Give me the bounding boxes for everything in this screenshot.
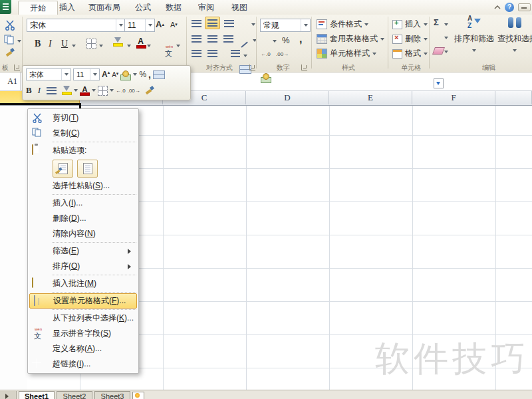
fill-color-dropdown[interactable]: [127, 45, 131, 49]
menu-item-delete[interactable]: 删除(D)...: [28, 211, 138, 226]
mini-fill-color-icon[interactable]: [62, 86, 72, 95]
mini-borders-icon[interactable]: [98, 86, 108, 96]
menu-item-filter[interactable]: 筛选(E): [28, 243, 138, 259]
mini-font-color-icon[interactable]: A: [80, 85, 90, 96]
cut-icon[interactable]: [5, 20, 15, 33]
italic-icon[interactable]: I: [49, 39, 52, 49]
comma-style-icon[interactable]: ,: [299, 33, 302, 45]
align-center-icon[interactable]: [207, 35, 217, 43]
format-cells-button[interactable]: 格式: [392, 48, 428, 59]
format-painter-icon[interactable]: [5, 48, 15, 57]
font-name-combo[interactable]: 宋体: [27, 19, 126, 32]
sheet-tab-2[interactable]: Sheet2: [57, 391, 92, 399]
fill-dropdown[interactable]: [444, 37, 448, 41]
autosum-icon[interactable]: [434, 17, 439, 27]
orientation-dropdown[interactable]: [251, 23, 255, 28]
menu-item-copy[interactable]: 复制(C): [28, 126, 138, 141]
number-dialog-launcher[interactable]: [301, 65, 307, 70]
column-header-g[interactable]: [495, 90, 532, 104]
borders-icon[interactable]: [86, 39, 96, 49]
decrease-decimal-icon[interactable]: .00→: [276, 51, 289, 57]
format-as-table-button[interactable]: 套用表格格式: [317, 33, 384, 45]
mini-decrease-decimal-icon[interactable]: .00→: [128, 88, 140, 94]
mini-font-name-combo[interactable]: 宋体: [26, 68, 71, 80]
mini-comma-icon[interactable]: ,: [148, 69, 151, 80]
excel-app-icon[interactable]: [0, 0, 11, 14]
align-top-icon[interactable]: [192, 20, 201, 27]
sheet-tab-3[interactable]: Sheet3: [94, 391, 130, 399]
mini-font-color-dropdown[interactable]: [92, 89, 96, 94]
column-header-f[interactable]: F: [412, 90, 495, 104]
mini-increase-decimal-icon[interactable]: ←.0: [116, 88, 126, 94]
clipboard-dialog-launcher[interactable]: [14, 65, 20, 70]
font-color-icon[interactable]: A: [136, 37, 146, 49]
menu-item-show-phonetic[interactable]: 显示拼音字段(S): [28, 326, 138, 341]
mini-shrink-font-icon[interactable]: A▾: [112, 71, 118, 78]
menu-item-insert-comment[interactable]: 插入批注(M): [28, 276, 138, 291]
decrease-indent-icon[interactable]: [192, 50, 201, 57]
mini-percent-icon[interactable]: %: [139, 70, 146, 79]
align-left-icon[interactable]: [192, 35, 201, 43]
phonetic-dropdown[interactable]: [176, 45, 180, 49]
menu-item-insert[interactable]: 插入(I)...: [28, 196, 138, 211]
copy-dropdown[interactable]: [17, 40, 21, 45]
paste-keep-formatting-button[interactable]: [53, 160, 73, 178]
increase-indent-icon[interactable]: [207, 50, 217, 57]
font-size-combo[interactable]: 11: [124, 19, 155, 32]
delete-cells-button[interactable]: 删除: [392, 33, 428, 45]
minimize-window-button[interactable]: [518, 3, 531, 11]
menu-item-format-cells[interactable]: 设置单元格格式(F)...: [29, 293, 137, 309]
borders-dropdown[interactable]: [99, 45, 103, 49]
accounting-format-icon[interactable]: [261, 73, 271, 82]
sheet-nav-buttons[interactable]: [0, 391, 17, 399]
orientation-icon[interactable]: [241, 40, 249, 49]
mini-bold-icon[interactable]: B: [26, 85, 32, 96]
number-format-combo[interactable]: 常规: [260, 19, 311, 32]
mini-borders-dropdown[interactable]: [110, 89, 114, 94]
sort-filter-button[interactable]: 排序和筛选: [454, 16, 495, 57]
menu-item-sort[interactable]: 排序(O): [28, 259, 138, 274]
underline-dropdown[interactable]: [72, 45, 76, 49]
clear-icon[interactable]: [432, 47, 445, 55]
copy-icon[interactable]: [4, 35, 16, 47]
insert-worksheet-button[interactable]: [132, 392, 144, 399]
alignment-dialog-launcher[interactable]: [249, 65, 255, 70]
accounting-dropdown[interactable]: [273, 40, 277, 45]
menu-item-hyperlink[interactable]: 超链接(I)...: [28, 356, 138, 372]
wrap-dropdown[interactable]: [243, 55, 247, 59]
column-header-d[interactable]: D: [246, 90, 329, 104]
menu-item-cut[interactable]: 剪切(T): [28, 110, 138, 126]
mini-italic-icon[interactable]: I: [38, 85, 41, 96]
grow-font-icon[interactable]: A▴: [156, 19, 164, 29]
mini-fill-dropdown[interactable]: [74, 89, 78, 94]
underline-icon[interactable]: U: [61, 39, 68, 49]
align-bottom-icon[interactable]: [224, 20, 234, 27]
bold-icon[interactable]: B: [35, 39, 41, 49]
name-box[interactable]: A1: [0, 72, 21, 90]
autosum-dropdown[interactable]: [444, 23, 448, 28]
menu-item-paste-special[interactable]: 选择性粘贴(S)...: [28, 178, 138, 194]
mini-format-painter-icon[interactable]: [145, 86, 154, 95]
increase-decimal-icon[interactable]: ←.0: [261, 51, 271, 57]
menu-item-clear-contents[interactable]: 清除内容(N): [28, 226, 138, 241]
collapse-ribbon-icon[interactable]: [494, 5, 501, 9]
help-icon[interactable]: ?: [505, 3, 514, 12]
mini-accounting-icon[interactable]: [120, 70, 131, 79]
phonetic-guide-icon[interactable]: [163, 45, 175, 57]
align-middle-icon[interactable]: [205, 17, 220, 29]
mini-accounting-dropdown[interactable]: [133, 73, 137, 78]
menu-item-define-name[interactable]: 定义名称(A)...: [28, 341, 138, 356]
mini-align-icon[interactable]: [47, 87, 57, 94]
mini-font-size-combo[interactable]: 11: [73, 68, 100, 80]
align-right-icon[interactable]: [223, 35, 233, 43]
mini-merge-icon[interactable]: [153, 70, 165, 79]
clear-dropdown[interactable]: [444, 51, 448, 55]
paste-values-button[interactable]: [77, 160, 98, 178]
fill-icon[interactable]: [434, 78, 444, 88]
tab-view[interactable]: 视图: [220, 1, 259, 15]
insert-cells-button[interactable]: 插入: [392, 19, 428, 30]
cell-styles-button[interactable]: 单元格样式: [317, 48, 376, 59]
find-select-button[interactable]: 查找和选择: [497, 16, 532, 57]
sheet-tab-1[interactable]: Sheet1: [19, 391, 55, 399]
mini-grow-font-icon[interactable]: A▴: [102, 70, 110, 79]
